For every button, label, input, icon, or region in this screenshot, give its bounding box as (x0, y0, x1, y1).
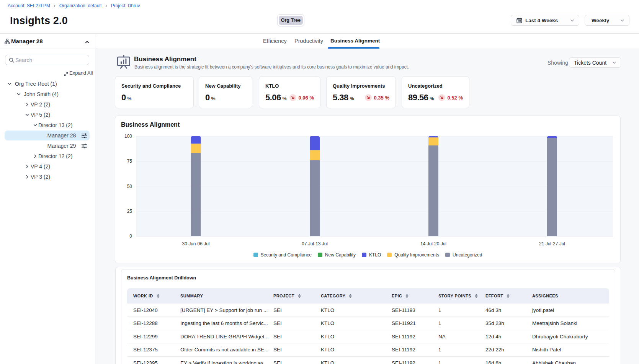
svg-text:100: 100 (124, 134, 132, 139)
svg-text:0: 0 (129, 233, 132, 239)
svg-text:14 Jul-20 Jul: 14 Jul-20 Jul (420, 241, 446, 246)
svg-text:75: 75 (127, 158, 132, 164)
svg-text:07 Jul-13 Jul: 07 Jul-13 Jul (302, 241, 328, 246)
svg-text:30 Jun-06 Jul: 30 Jun-06 Jul (182, 241, 209, 246)
svg-text:50: 50 (127, 184, 132, 189)
svg-text:21 Jul-27 Jul: 21 Jul-27 Jul (539, 241, 565, 246)
svg-text:25: 25 (127, 209, 132, 214)
